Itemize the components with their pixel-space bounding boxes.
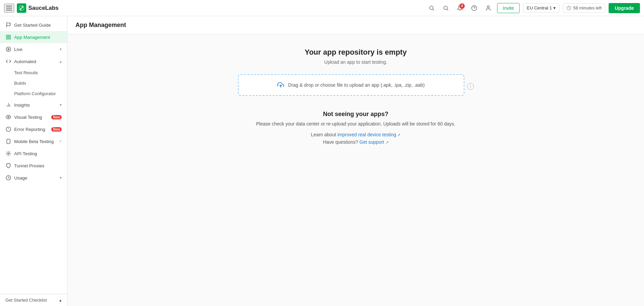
not-seeing-title: Not seeing your apps?	[256, 111, 455, 118]
upgrade-button[interactable]: Upgrade	[609, 3, 640, 13]
test-results-label: Test Results	[14, 70, 38, 75]
sidebar-item-live[interactable]: Live ▾	[0, 43, 67, 55]
chevron-down-usage-icon: ▾	[60, 175, 62, 180]
sidebar-item-automated[interactable]: Automated ▴	[0, 55, 67, 67]
questions-row: Have questions? Get support ↗	[256, 139, 455, 145]
sidebar-footer[interactable]: Get Started Checklist ▴	[0, 294, 67, 306]
not-seeing-text: Please check your data center or re-uplo…	[256, 121, 455, 127]
svg-point-6	[487, 6, 489, 8]
page-title: App Management	[75, 22, 636, 29]
footer-label: Get Started Checklist	[5, 298, 47, 303]
notifications-btn[interactable]: 4	[455, 3, 465, 13]
sidebar-item-api-testing[interactable]: API Testing	[0, 147, 67, 160]
logo-icon	[17, 3, 26, 13]
shield-icon	[5, 163, 11, 169]
external-link-learn-icon: ↗	[397, 133, 400, 137]
chevron-down-icon: ▾	[553, 5, 556, 10]
sidebar-item-platform-configurator[interactable]: Platform Configurator	[0, 88, 67, 99]
sidebar-item-error-reporting[interactable]: Error Reporting New	[0, 123, 67, 135]
svg-rect-9	[6, 35, 8, 37]
play-icon	[5, 46, 11, 52]
svg-point-24	[8, 153, 9, 154]
learn-about-prefix: Learn about	[311, 132, 338, 137]
sidebar-item-usage[interactable]: Usage ▾	[0, 172, 67, 184]
svg-point-18	[8, 116, 9, 118]
chevron-down-insights-icon: ▾	[60, 103, 62, 107]
gauge-icon	[5, 175, 11, 181]
search-icon-btn[interactable]	[426, 3, 437, 13]
content-header: App Management	[67, 16, 644, 34]
chevron-up-footer-icon: ▴	[59, 298, 62, 303]
learn-about-link-text: improved real device testing	[337, 132, 396, 137]
automated-submenu: Test Results Builds Platform Configurato…	[0, 67, 67, 99]
sidebar-label-get-started: Get Started Guide	[14, 23, 62, 28]
empty-title: Your app repository is empty	[305, 48, 407, 57]
timer-display: 58 minutes left	[563, 3, 606, 12]
sidebar-item-tunnel-proxies[interactable]: Tunnel Proxies	[0, 160, 67, 172]
topbar: SauceLabs 4 Invite EU Central 1 ▾ 58 min…	[0, 0, 644, 16]
platform-configurator-label: Platform Configurator	[14, 91, 56, 96]
sidebar-item-mobile-beta[interactable]: Mobile Beta Testing ↗	[0, 135, 67, 147]
svg-point-13	[6, 47, 10, 51]
sidebar-label-automated: Automated	[14, 59, 57, 64]
code-icon	[5, 58, 11, 64]
upload-text: Drag & drop or choose file to upload an …	[288, 82, 425, 88]
content-body: Your app repository is empty Upload an a…	[67, 34, 644, 160]
user-btn[interactable]	[483, 3, 494, 13]
questions-prefix: Have questions?	[323, 139, 358, 145]
mobile-icon	[5, 138, 11, 144]
upload-dropzone[interactable]: Drag & drop or choose file to upload an …	[238, 74, 464, 96]
sidebar-item-app-management[interactable]: App Management	[0, 31, 67, 43]
svg-marker-14	[8, 48, 9, 50]
grid-icon	[5, 34, 11, 40]
flag-icon	[5, 22, 11, 28]
svg-point-0	[430, 6, 433, 10]
content-area: App Management Your app repository is em…	[67, 16, 644, 306]
chevron-up-automated-icon: ▴	[60, 59, 62, 64]
svg-rect-12	[9, 37, 10, 39]
invite-button[interactable]: Invite	[497, 3, 520, 13]
region-selector[interactable]: EU Central 1 ▾	[523, 3, 559, 12]
upload-icon	[277, 82, 284, 88]
sidebar-item-visual-testing[interactable]: Visual Testing New	[0, 111, 67, 123]
upload-info-icon[interactable]: i	[467, 83, 474, 90]
sidebar-label-error-reporting: Error Reporting	[14, 127, 49, 132]
sidebar-label-tunnel-proxies: Tunnel Proxies	[14, 163, 62, 168]
not-seeing-section: Not seeing your apps? Please check your …	[256, 111, 455, 147]
sidebar-label-usage: Usage	[14, 175, 57, 180]
sidebar-label-live: Live	[14, 47, 57, 52]
topbar-right: 4 Invite EU Central 1 ▾ 58 minutes left …	[426, 3, 640, 13]
topbar-left: SauceLabs	[4, 3, 424, 13]
builds-label: Builds	[14, 81, 26, 86]
get-support-link[interactable]: Get support ↗	[360, 139, 389, 145]
sidebar-label-insights: Insights	[14, 103, 57, 108]
sidebar-label-app-management: App Management	[14, 35, 62, 40]
external-link-support-icon: ↗	[386, 140, 389, 144]
logo: SauceLabs	[17, 3, 59, 13]
help-btn[interactable]	[469, 3, 480, 13]
sidebar-label-visual-testing: Visual Testing	[14, 115, 49, 120]
empty-subtitle: Upload an app to start testing.	[324, 59, 387, 65]
sidebar-item-test-results[interactable]: Test Results	[0, 67, 67, 78]
region-label: EU Central 1	[527, 5, 552, 10]
svg-point-2	[444, 6, 448, 10]
hamburger-menu[interactable]	[4, 4, 14, 12]
saucelabs-logo-svg	[18, 5, 25, 11]
search-bar-btn[interactable]	[440, 3, 451, 13]
learn-about-link[interactable]: improved real device testing ↗	[337, 132, 400, 137]
alert-icon	[5, 126, 11, 132]
logo-text: SauceLabs	[28, 5, 59, 11]
sidebar-item-insights[interactable]: Insights ▾	[0, 99, 67, 111]
main-layout: Get Started Guide App Management Live ▾	[0, 16, 644, 306]
bar-chart-icon	[5, 102, 11, 108]
svg-rect-11	[6, 37, 8, 39]
external-link-icon: ↗	[58, 139, 62, 144]
learn-about-row: Learn about improved real device testing…	[256, 132, 455, 137]
visual-testing-badge: New	[51, 115, 62, 119]
sidebar-item-get-started[interactable]: Get Started Guide	[0, 19, 67, 31]
empty-state: Your app repository is empty Upload an a…	[238, 48, 474, 147]
sidebar-nav: Get Started Guide App Management Live ▾	[0, 16, 67, 294]
chevron-down-live-icon: ▾	[60, 47, 62, 52]
eye-icon	[5, 114, 11, 120]
sidebar-item-builds[interactable]: Builds	[0, 78, 67, 88]
